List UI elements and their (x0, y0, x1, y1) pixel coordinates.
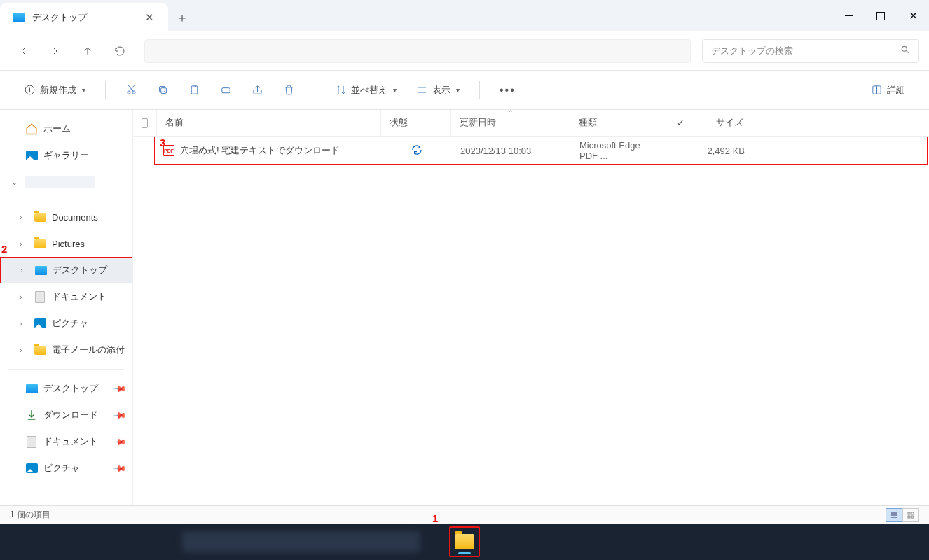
chevron-right-icon[interactable]: › (20, 239, 28, 248)
close-window-button[interactable]: ✕ (897, 0, 929, 31)
header-size[interactable]: ✓サイズ (668, 110, 752, 136)
sidebar-label: ギャラリー (43, 149, 89, 162)
annotation-1: 1 (432, 512, 438, 524)
share-button[interactable] (245, 78, 270, 103)
sidebar-label: ドキュメント (52, 290, 106, 303)
document-icon (25, 435, 38, 448)
sidebar-label: ドキュメント (43, 435, 98, 448)
sidebar-item-expand[interactable]: ⌄ (0, 169, 132, 195)
sidebar-item-documents[interactable]: › Documents (0, 204, 132, 230)
pin-icon: 📌 (113, 382, 128, 396)
chevron-down-icon: ▾ (456, 86, 460, 94)
file-type-cell: Microsoft Edge PDF ... (571, 140, 669, 161)
sidebar-item-desktop[interactable]: › デスクトップ (0, 257, 132, 284)
file-size-cell: 2,492 KB (669, 146, 753, 156)
sidebar-item-documents-jp[interactable]: › ドキュメント (0, 284, 132, 310)
new-button[interactable]: 新規作成 ▾ (17, 78, 92, 103)
annotation-2: 2 (1, 243, 7, 255)
sidebar-quick-documents[interactable]: ドキュメント 📌 (0, 428, 132, 455)
desktop-icon (25, 382, 38, 395)
sidebar-label: ホーム (43, 122, 71, 135)
up-button[interactable] (74, 38, 101, 64)
search-placeholder: デスクトップの検索 (711, 45, 793, 57)
svg-point-0 (902, 46, 907, 51)
sidebar-label: ピクチャ (43, 462, 80, 475)
pin-icon: 📌 (113, 435, 128, 449)
sidebar-item-home[interactable]: ホーム (0, 115, 132, 142)
sidebar-quick-pictures[interactable]: ピクチャ 📌 (0, 455, 132, 482)
sidebar-label: Pictures (52, 239, 85, 249)
home-icon (25, 122, 38, 135)
file-state-cell (382, 144, 452, 158)
header-type[interactable]: 種類 (570, 110, 668, 136)
cut-button[interactable] (118, 78, 144, 103)
sort-label: 並べ替え (351, 84, 387, 97)
window-controls: ✕ (832, 0, 929, 31)
header-state[interactable]: 状態 (381, 110, 451, 136)
chevron-right-icon[interactable]: › (20, 266, 29, 274)
sidebar-item-gallery[interactable]: ギャラリー (0, 142, 132, 169)
sidebar-quick-download[interactable]: ダウンロード 📌 (0, 402, 132, 428)
sort-button[interactable]: 並べ替え ▾ (328, 78, 404, 103)
tab-active[interactable]: デスクトップ ✕ (0, 4, 168, 31)
paste-button[interactable] (181, 78, 207, 103)
search-box[interactable]: デスクトップの検索 (702, 39, 919, 63)
forward-button[interactable] (42, 38, 69, 64)
tab-close-button[interactable]: ✕ (141, 10, 158, 25)
icons-view-button[interactable] (902, 508, 919, 522)
file-row[interactable]: 穴埋め式! 宅建テキストでダウンロード 2023/12/13 10:03 Mic… (154, 136, 928, 164)
view-button[interactable]: 表示 ▾ (409, 78, 467, 103)
sidebar-label: Documents (52, 212, 98, 223)
maximize-button[interactable] (865, 0, 897, 31)
chevron-right-icon[interactable]: › (20, 319, 28, 328)
sidebar[interactable]: ホーム ギャラリー ⌄ › Documents › Pictures › デスク… (0, 110, 133, 505)
details-button[interactable]: 詳細 (864, 78, 912, 103)
toolbar: 新規作成 ▾ 並べ替え ▾ 表示 ▾ ••• 詳細 (0, 71, 929, 110)
sidebar-item-pictures[interactable]: › Pictures (0, 230, 132, 257)
svg-rect-11 (911, 512, 914, 514)
svg-rect-10 (908, 512, 910, 514)
delete-button[interactable] (276, 78, 302, 103)
nav-bar: デスクトップの検索 (0, 31, 929, 71)
sidebar-label: ダウンロード (43, 409, 98, 421)
item-count: 1 個の項目 (10, 509, 50, 521)
svg-point-3 (132, 91, 135, 94)
svg-rect-13 (911, 516, 914, 518)
rename-button[interactable] (213, 78, 239, 103)
sidebar-label: 電子メールの添付 (52, 344, 125, 356)
folder-icon (34, 211, 46, 223)
chevron-down-icon[interactable]: ⌄ (11, 178, 20, 187)
details-view-button[interactable] (886, 508, 902, 522)
chevron-right-icon[interactable]: › (20, 346, 28, 354)
main-content: 名前 状態 ⌃ 更新日時 種類 ✓サイズ 穴埋め式! 宅建テキストでダウンロード… (133, 110, 929, 505)
folder-icon (34, 344, 46, 356)
header-name[interactable]: 名前 (157, 110, 381, 136)
header-date[interactable]: ⌃ 更新日時 (451, 110, 570, 136)
search-icon (900, 45, 910, 57)
titlebar: デスクトップ ✕ ＋ ✕ (0, 0, 929, 31)
folder-icon (34, 237, 46, 250)
chevron-right-icon[interactable]: › (20, 293, 28, 301)
desktop-icon (34, 264, 47, 276)
pin-icon: 📌 (113, 408, 128, 423)
svg-rect-12 (908, 516, 910, 518)
sync-icon (411, 144, 422, 158)
desktop-icon (13, 13, 25, 22)
body: ホーム ギャラリー ⌄ › Documents › Pictures › デスク… (0, 110, 929, 505)
sidebar-item-email[interactable]: › 電子メールの添付 (0, 337, 132, 363)
svg-point-2 (128, 91, 130, 94)
file-name: 穴埋め式! 宅建テキストでダウンロード (180, 144, 340, 157)
refresh-button[interactable] (106, 38, 133, 64)
new-tab-button[interactable]: ＋ (168, 4, 196, 31)
sidebar-item-pictures-jp[interactable]: › ピクチャ (0, 310, 132, 337)
more-button[interactable]: ••• (493, 78, 523, 103)
copy-button[interactable] (150, 78, 176, 103)
sidebar-quick-desktop[interactable]: デスクトップ 📌 (0, 375, 132, 402)
chevron-right-icon[interactable]: › (20, 213, 28, 221)
gallery-icon (25, 149, 38, 162)
taskbar-explorer-icon[interactable] (449, 526, 480, 557)
minimize-button[interactable] (832, 0, 865, 31)
address-bar[interactable] (144, 39, 691, 63)
header-checkbox[interactable] (133, 110, 157, 136)
back-button[interactable] (10, 38, 36, 64)
